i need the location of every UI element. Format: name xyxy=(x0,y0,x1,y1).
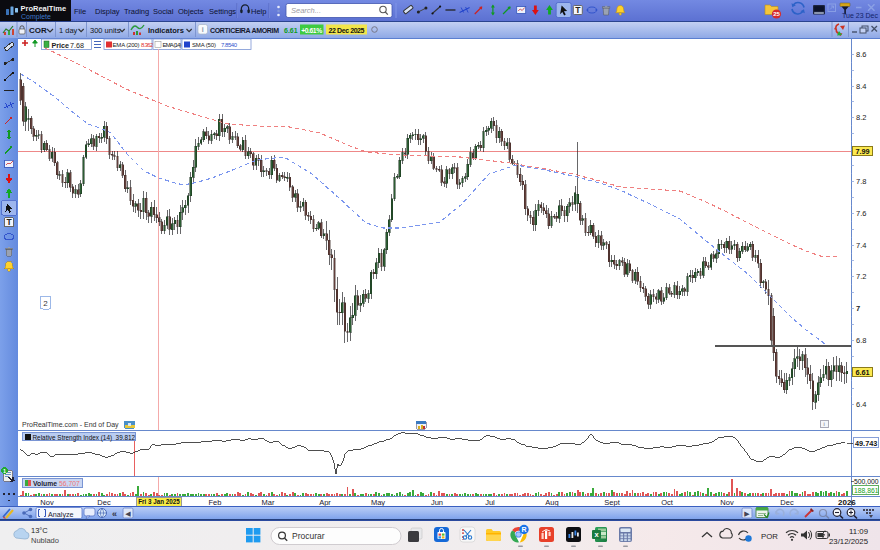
svg-text:T: T xyxy=(6,217,12,227)
svg-text:POR: POR xyxy=(761,532,778,541)
svg-text:«: « xyxy=(112,509,117,519)
svg-text:188,861: 188,861 xyxy=(854,487,879,494)
svg-text:500,000: 500,000 xyxy=(854,478,879,485)
svg-text:Procurar: Procurar xyxy=(292,531,325,541)
svg-text:13°C: 13°C xyxy=(31,526,48,535)
svg-text:i: i xyxy=(823,421,824,427)
svg-text:11:09: 11:09 xyxy=(849,527,868,536)
svg-text:◀: ◀ xyxy=(125,510,131,517)
svg-text:Analyze: Analyze xyxy=(48,510,74,519)
svg-text:49.743: 49.743 xyxy=(855,439,877,448)
svg-text:▶: ▶ xyxy=(744,510,750,517)
svg-text:R: R xyxy=(521,526,526,533)
svg-text:1: 1 xyxy=(3,468,6,474)
svg-text:2: 2 xyxy=(43,299,48,308)
svg-text:23/12/2025: 23/12/2025 xyxy=(829,537,869,546)
svg-text:Nublado: Nublado xyxy=(31,536,59,545)
